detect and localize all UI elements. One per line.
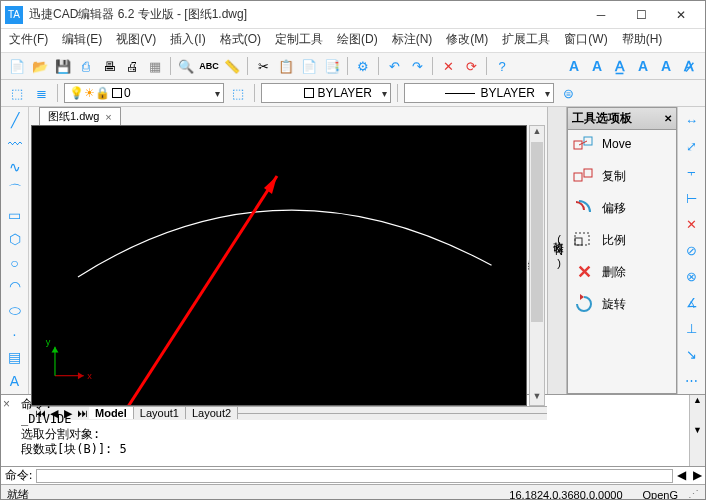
sidetab-modify[interactable]: 修改(N) bbox=[551, 233, 566, 269]
scroll-down-icon[interactable]: ▼ bbox=[530, 391, 544, 405]
palette-side-tabs: 修改(N) 绘图 视图 bbox=[547, 107, 567, 394]
palette-item-move[interactable]: Move bbox=[572, 134, 672, 154]
dim-linear-icon[interactable]: ↔ bbox=[682, 111, 702, 129]
text-style-a5-icon[interactable]: A bbox=[656, 56, 676, 76]
save-icon[interactable]: 💾 bbox=[53, 56, 73, 76]
delete-icon: ✕ bbox=[572, 262, 596, 282]
measure-icon[interactable]: 📏 bbox=[222, 56, 242, 76]
arc-tool-icon[interactable]: ⌒ bbox=[5, 182, 25, 200]
dim-continue-icon[interactable]: ⊢ bbox=[682, 189, 702, 207]
layer-states-icon[interactable]: ≣ bbox=[31, 83, 51, 103]
cmd-hscroll-left-icon[interactable]: ◀ bbox=[673, 468, 689, 483]
print-icon[interactable]: 🖶 bbox=[99, 56, 119, 76]
palette-item-copy[interactable]: 复制 bbox=[572, 166, 672, 186]
line-tool-icon[interactable]: ╱ bbox=[5, 111, 25, 129]
menu-insert[interactable]: 插入(I) bbox=[170, 31, 205, 48]
menu-file[interactable]: 文件(F) bbox=[9, 31, 48, 48]
palette-item-delete[interactable]: ✕ 删除 bbox=[572, 262, 672, 282]
dim-leader-icon[interactable]: ↘ bbox=[682, 345, 702, 363]
menu-edit[interactable]: 编辑(E) bbox=[62, 31, 102, 48]
dim-baseline-icon[interactable]: ⫟ bbox=[682, 163, 702, 181]
point-tool-icon[interactable]: ∙ bbox=[5, 325, 25, 343]
find-icon[interactable]: 🔍 bbox=[176, 56, 196, 76]
polyline-tool-icon[interactable]: 〰 bbox=[5, 135, 25, 153]
plot-icon[interactable]: ▦ bbox=[145, 56, 165, 76]
minimize-button[interactable]: ─ bbox=[581, 3, 621, 27]
copy-icon[interactable]: 📋 bbox=[276, 56, 296, 76]
menu-format[interactable]: 格式(O) bbox=[220, 31, 261, 48]
cmd-vscrollbar[interactable]: ▲▼ bbox=[689, 395, 705, 466]
document-tab[interactable]: 图纸1.dwg × bbox=[39, 107, 121, 125]
linetype-combo[interactable]: BYLAYER bbox=[404, 83, 554, 103]
text-tool-icon[interactable]: A bbox=[5, 372, 25, 390]
palette-item-scale[interactable]: 比例 bbox=[572, 230, 672, 250]
dim-more-icon[interactable]: ⋯ bbox=[682, 371, 702, 389]
help-icon[interactable]: ? bbox=[492, 56, 512, 76]
scroll-thumb[interactable] bbox=[531, 142, 543, 322]
cmd-hscroll-right-icon[interactable]: ▶ bbox=[689, 468, 705, 483]
dim-diameter-icon[interactable]: ⊗ bbox=[682, 267, 702, 285]
open-file-icon[interactable]: 📂 bbox=[30, 56, 50, 76]
menu-annotate[interactable]: 标注(N) bbox=[392, 31, 433, 48]
rectangle-tool-icon[interactable]: ▭ bbox=[5, 206, 25, 224]
ellipse-arc-tool-icon[interactable]: ◠ bbox=[5, 277, 25, 295]
status-resize-grip-icon[interactable]: ⋰ bbox=[688, 488, 699, 500]
status-opengl: OpenG bbox=[643, 489, 678, 501]
svg-rect-11 bbox=[584, 169, 592, 177]
palette-item-rotate[interactable]: 旋转 bbox=[572, 294, 672, 314]
refresh-icon[interactable]: ⟳ bbox=[461, 56, 481, 76]
palette-close-icon[interactable]: ✕ bbox=[664, 113, 672, 124]
palette-item-offset[interactable]: 偏移 bbox=[572, 198, 672, 218]
undo-icon[interactable]: ↶ bbox=[384, 56, 404, 76]
ellipse-tool-icon[interactable]: ⬭ bbox=[5, 301, 25, 319]
layer-combo[interactable]: 💡 ☀ 🔒 0 bbox=[64, 83, 224, 103]
paste-icon[interactable]: 📄 bbox=[299, 56, 319, 76]
close-button[interactable]: ✕ bbox=[661, 3, 701, 27]
paste-special-icon[interactable]: 📑 bbox=[322, 56, 342, 76]
dim-cancel-icon[interactable]: ✕ bbox=[682, 215, 702, 233]
lineweight-icon[interactable]: ⊜ bbox=[558, 83, 578, 103]
circle-tool-icon[interactable]: ○ bbox=[5, 254, 25, 272]
command-close-icon[interactable]: × bbox=[1, 395, 17, 466]
text-style-a2-icon[interactable]: A bbox=[587, 56, 607, 76]
menu-extended-tools[interactable]: 扩展工具 bbox=[502, 31, 550, 48]
dim-aligned-icon[interactable]: ⤢ bbox=[682, 137, 702, 155]
app-logo-icon: TA bbox=[5, 6, 23, 24]
text-style-a6-icon[interactable]: A̷ bbox=[679, 56, 699, 76]
polygon-tool-icon[interactable]: ⬡ bbox=[5, 230, 25, 248]
command-prompt-label: 命令: bbox=[1, 467, 36, 484]
svg-rect-10 bbox=[574, 173, 582, 181]
menu-draw[interactable]: 绘图(D) bbox=[337, 31, 378, 48]
spellcheck-icon[interactable]: ABC bbox=[199, 56, 219, 76]
menu-window[interactable]: 窗口(W) bbox=[564, 31, 607, 48]
redo-icon[interactable]: ↷ bbox=[407, 56, 427, 76]
layer-previous-icon[interactable]: ⬚ bbox=[228, 83, 248, 103]
drawing-canvas[interactable]: x y bbox=[31, 125, 527, 406]
menu-modify[interactable]: 修改(M) bbox=[446, 31, 488, 48]
maximize-button[interactable]: ☐ bbox=[621, 3, 661, 27]
doctab-close-icon[interactable]: × bbox=[105, 111, 111, 123]
hatch-tool-icon[interactable]: ▤ bbox=[5, 349, 25, 367]
scroll-up-icon[interactable]: ▲ bbox=[530, 126, 544, 140]
menu-custom-tools[interactable]: 定制工具 bbox=[275, 31, 323, 48]
dim-angular-icon[interactable]: ∡ bbox=[682, 293, 702, 311]
command-input[interactable] bbox=[36, 469, 673, 483]
color-combo[interactable]: BYLAYER bbox=[261, 83, 391, 103]
dim-ordinate-icon[interactable]: ⊥ bbox=[682, 319, 702, 337]
save-all-icon[interactable]: ⎙ bbox=[76, 56, 96, 76]
print-preview-icon[interactable]: 🖨 bbox=[122, 56, 142, 76]
properties-icon[interactable]: ⚙ bbox=[353, 56, 373, 76]
cut-icon[interactable]: ✂ bbox=[253, 56, 273, 76]
menu-view[interactable]: 视图(V) bbox=[116, 31, 156, 48]
layer-manager-icon[interactable]: ⬚ bbox=[7, 83, 27, 103]
text-style-a4-icon[interactable]: A bbox=[633, 56, 653, 76]
dim-radius-icon[interactable]: ⊘ bbox=[682, 241, 702, 259]
menu-help[interactable]: 帮助(H) bbox=[622, 31, 663, 48]
new-file-icon[interactable]: 📄 bbox=[7, 56, 27, 76]
text-style-a3-icon[interactable]: A̲ bbox=[610, 56, 630, 76]
erase-icon[interactable]: ✕ bbox=[438, 56, 458, 76]
tool-palette: 工具选项板 ✕ Move 复制 偏移 比例 ✕ 删除 bbox=[567, 107, 677, 394]
spline-tool-icon[interactable]: ∿ bbox=[5, 158, 25, 176]
canvas-vscrollbar[interactable]: ▲ ▼ bbox=[529, 125, 545, 406]
text-style-a1-icon[interactable]: A bbox=[564, 56, 584, 76]
